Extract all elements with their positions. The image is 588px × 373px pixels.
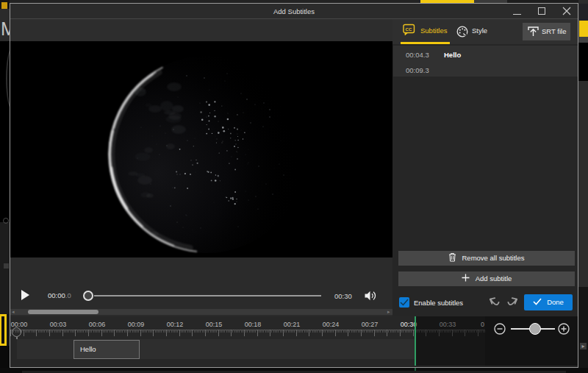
svg-text:CC: CC	[406, 27, 412, 32]
